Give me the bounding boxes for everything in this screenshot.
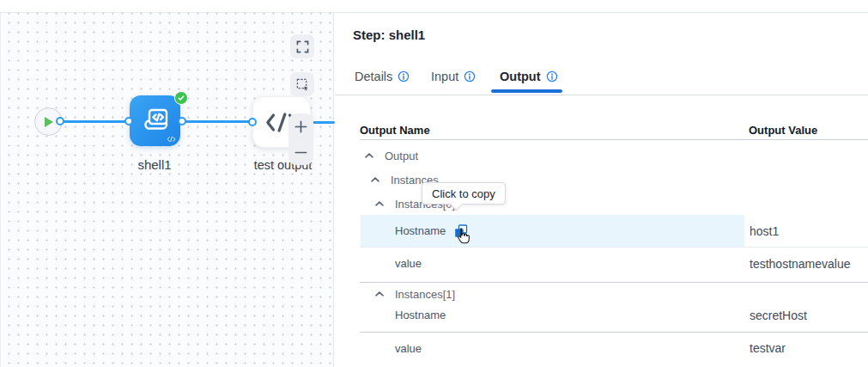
hand-cursor-icon xyxy=(452,226,472,246)
column-header-output-value: Output Value xyxy=(749,124,817,137)
table-row: value testhostnamevalue xyxy=(361,248,868,279)
zoom-controls xyxy=(288,113,313,165)
connection-line xyxy=(63,120,128,123)
tree-group-instances[interactable]: Instances xyxy=(361,168,744,192)
tree-group-label: Output xyxy=(385,150,418,162)
top-bar xyxy=(0,0,868,13)
tab-input[interactable]: Input xyxy=(431,70,476,83)
table-row: Hostname host1 xyxy=(361,215,868,247)
test-output-node-input-port[interactable] xyxy=(248,118,257,126)
output-value-secrethost: secretHost xyxy=(744,302,868,328)
connection-line xyxy=(185,120,251,123)
output-name-label: Hostname xyxy=(395,309,446,321)
value-cell xyxy=(744,168,868,192)
shell-node-output-port[interactable] xyxy=(178,117,186,125)
start-node-output-port[interactable] xyxy=(56,117,64,125)
output-value-host1: host1 xyxy=(744,215,868,247)
chevron-up-icon[interactable] xyxy=(364,152,374,159)
table-row: Hostname secretHost xyxy=(361,302,868,328)
tabs-divider xyxy=(335,95,868,95)
active-tab-indicator xyxy=(491,89,562,93)
output-row-hostname[interactable]: Hostname xyxy=(361,215,744,247)
header-divider xyxy=(360,139,868,140)
tree-group-instances-0[interactable]: Instances[0] xyxy=(361,192,744,216)
marquee-select-icon xyxy=(296,78,309,91)
zoom-in-button[interactable] xyxy=(288,113,313,139)
tab-output[interactable]: Output xyxy=(500,70,558,83)
code-glyph-icon xyxy=(167,136,176,143)
zoom-out-button[interactable] xyxy=(288,139,313,165)
minus-icon xyxy=(294,146,307,159)
row-divider xyxy=(360,332,868,333)
info-icon[interactable] xyxy=(398,70,410,83)
table-row: value testvar xyxy=(361,335,868,361)
info-icon[interactable] xyxy=(464,70,476,83)
success-badge-icon xyxy=(174,91,188,105)
workflow-canvas[interactable]: shell1 test output xyxy=(0,13,334,367)
chevron-up-icon[interactable] xyxy=(370,176,380,183)
output-name-label: value xyxy=(395,342,422,355)
output-value-testhostnamevalue: testhostnamevalue xyxy=(744,248,868,279)
plus-icon xyxy=(294,120,307,133)
shell-node-label: shell1 xyxy=(104,157,205,172)
workflow-editor-screen: shell1 test output xyxy=(0,0,868,367)
output-value-testvar: testvar xyxy=(744,335,868,361)
tab-details-label: Details xyxy=(355,70,392,83)
table-row: Output xyxy=(361,144,868,168)
value-cell xyxy=(744,144,868,168)
output-row-value-2[interactable]: value xyxy=(361,335,744,361)
output-name-label: Hostname xyxy=(395,224,446,237)
output-row-value[interactable]: value xyxy=(361,248,744,279)
tab-details[interactable]: Details xyxy=(355,70,410,83)
chevron-up-icon[interactable] xyxy=(374,200,385,207)
copy-tooltip: Click to copy xyxy=(422,182,506,205)
fit-view-button[interactable] xyxy=(290,34,314,58)
tree-group-label: Instances[1] xyxy=(395,288,455,301)
marquee-select-button[interactable] xyxy=(290,72,314,96)
fullscreen-icon xyxy=(296,40,309,53)
tab-output-label: Output xyxy=(500,70,541,83)
info-icon[interactable] xyxy=(546,70,558,83)
output-row-hostname-2[interactable]: Hostname xyxy=(361,302,744,328)
value-cell xyxy=(744,192,868,216)
tree-group-output[interactable]: Output xyxy=(361,144,744,168)
column-header-output-name: Output Name xyxy=(360,124,430,137)
step-title: Step: shell1 xyxy=(353,28,425,42)
chevron-up-icon[interactable] xyxy=(374,291,385,297)
shell-script-icon xyxy=(139,106,172,137)
output-name-label: value xyxy=(395,257,422,270)
tab-input-label: Input xyxy=(431,70,458,83)
shell-node[interactable] xyxy=(130,95,180,146)
shell-node-input-port[interactable] xyxy=(124,117,133,125)
play-icon xyxy=(45,117,54,127)
